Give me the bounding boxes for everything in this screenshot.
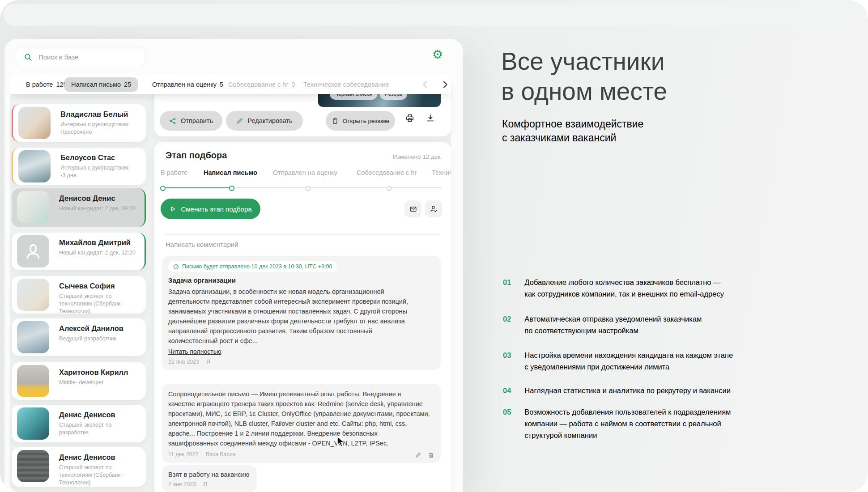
candidate-card-belousov-stas[interactable]: Белоусов Стас Интервью с руководством: -… [12,148,146,185]
clock-icon [173,264,179,270]
candidate-card-kharitonov-kirill[interactable]: Харитонов Кирилл Middle- developer [12,362,146,400]
comment-meta: 22 янв 2023 Я [168,359,434,365]
feature-text: Настройка времени нахождения кандидата н… [524,349,820,373]
scheduled-pill: Письмо будет отправлено 10 дек 2023 в 10… [168,261,337,272]
candidate-name: Денис Денисов [59,411,115,419]
send-email-button[interactable] [404,200,421,217]
stage-card-title: Этап подбора [166,150,227,161]
stage-in-progress[interactable]: В работе [161,169,187,176]
candidate-card-sycheva-sofiya[interactable]: Сычева София Старший эксперт по технолог… [12,276,146,314]
progress-line-rest [231,187,441,188]
search-input[interactable]: Поиск в базе [16,47,145,67]
feature-text: Возможность добавления пользователей к п… [524,406,820,441]
progress-dot-2 [229,186,234,191]
pencil-icon [236,117,243,124]
comment-actions [415,452,434,458]
candidate-note: Middle- developer [59,379,140,386]
candidate-card-vladislav-belyy[interactable]: Владислав Белый Интервью с руководством:… [12,104,146,142]
candidate-name: Денисов Денис [59,194,115,203]
person-check-icon [430,205,438,213]
candidate-name: Владислав Белый [60,110,128,119]
search-placeholder: Поиск в базе [38,53,78,61]
candidate-name: Белоусов Стас [60,153,115,162]
candidate-card-denisov-denis-selected[interactable]: Денисов Денис Новый кандидат: 2 дек, 09:… [12,188,146,227]
clipboard-icon [332,117,339,124]
feature-item-3: 03 Настройка времени нахождения кандидат… [503,349,820,373]
tab-hr-interview[interactable]: Собеседование с hr0 [228,81,295,88]
download-icon[interactable] [425,113,436,124]
candidate-note: Старший эксперт по технологиям (Сбербанк… [59,464,140,487]
candidate-note: Старший эксперт по разработке [59,421,140,437]
avatar [17,279,49,311]
avatar [17,321,49,353]
delete-comment-icon[interactable] [428,452,434,458]
read-more-link[interactable]: Читать полностью [168,348,221,355]
feature-text: Добавление любого количества заказчиков … [524,276,820,300]
modified-label: Изменено 12 дек. [393,153,442,160]
share-icon [169,117,177,125]
candidate-card-denis-denisov-2[interactable]: Денис Денисов Старший эксперт по техноло… [12,447,146,487]
feature-text: Автоматическая отправка уведомлений зака… [524,313,820,336]
search-icon [23,52,33,62]
screenshot-canvas: Поиск в базе ⚙ В работе125 Написал письм… [0,0,868,492]
candidate-card-denis-denisov-1[interactable]: Денис Денисов Старший эксперт по разрабо… [12,405,146,442]
progress-dot-1 [160,186,166,191]
candidate-name: Сычева София [59,282,115,290]
candidate-name: Алексей Данилов [59,324,123,333]
mouse-cursor [336,436,345,447]
candidate-note: Новый кандидат: 2 дек, 12:20 [59,249,140,257]
candidate-note: Новый кандидат: 2 дек, 09:28 [59,205,140,212]
tab-sent-for-review[interactable]: Отправлен на оценку5 [152,81,223,88]
feature-item-5: 05 Возможность добавления пользователей … [503,406,820,441]
feature-number: 05 [503,406,511,441]
open-resume-button[interactable]: Открыть резюме [326,111,395,131]
chevron-right-icon[interactable] [440,80,449,89]
candidate-name: Харитонов Кирилл [59,368,128,377]
feature-number: 01 [503,276,511,300]
comment-body: Сопроводительное письмо — Имею релевантн… [168,389,434,448]
feature-text: Наглядная статистика и аналитика по рекр… [524,385,820,396]
comment-body: Задача организации, в особенности же нов… [168,287,434,346]
person-icon [24,242,42,260]
feature-number: 02 [503,313,511,336]
play-icon [169,205,176,212]
comment-input[interactable]: Написать комментарий [166,241,238,248]
tab-in-progress[interactable]: В работе125 [26,81,67,88]
edit-comment-icon[interactable] [415,452,421,458]
comment-card-scheduled-letter: Письмо будет отправлено 10 дек 2023 в 10… [162,256,441,370]
candidate-card-aleksey-danilov[interactable]: Алексей Данилов Ведущий разработчик [12,318,146,356]
selection-stage-card: Этап подбора Изменено 12 дек. В работе Н… [154,142,451,492]
avatar [17,191,49,223]
comment-meta: 2 янв 2023 Я [168,481,251,488]
candidate-card-mikhaylov-dmitriy[interactable]: Михайлов Дмитрий Новый кандидат: 2 дек, … [12,233,146,270]
progress-line-done [162,187,231,188]
pipeline-tabs-bar: В работе125 Написал письмо25 Отправлен н… [10,75,451,94]
edit-button[interactable]: Редактировать [226,111,303,131]
stage-tech-interview[interactable]: Техническое собеседование [432,169,451,176]
top-decor-strip [4,4,864,26]
marketing-title: Все участники в одном месте [501,47,667,106]
send-button[interactable]: Отправить [160,111,222,131]
app-panel: Поиск в базе ⚙ В работе125 Написал письм… [4,39,463,492]
candidate-note: Старший эксперт по технологиям (Сбербанк… [59,293,140,315]
assign-person-button[interactable] [425,200,442,217]
stage-hr-interview[interactable]: Собеседование с hr [357,169,417,176]
chevron-left-icon[interactable] [421,80,430,89]
feature-number: 04 [503,385,511,396]
tab-tech-interview[interactable]: Техническое собеседование [303,81,389,88]
gear-icon[interactable]: ⚙ [432,49,443,61]
avatar [17,365,49,397]
progress-dot-3 [306,186,311,191]
avatar [17,450,49,482]
comment-card-cover-letter: Сопроводительное письмо — Имею релевантн… [162,384,441,463]
print-icon[interactable] [405,113,416,124]
feature-item-2: 02 Автоматическая отправка уведомлений з… [503,313,820,336]
change-stage-button[interactable]: Сменить этап подбора [161,199,260,219]
stage-wrote-letter-active[interactable]: Написал письмо [204,169,257,176]
comment-card-taken-to-work: Взят в работу на вакансию 2 янв 2023 Я [162,465,257,492]
divider [166,234,440,235]
candidate-note: Ведущий разработчик [59,335,140,343]
tab-wrote-letter-active[interactable]: Написал письмо25 [64,77,138,92]
stage-sent-for-review[interactable]: Отправлен на оценку [273,169,337,176]
avatar-placeholder [17,235,49,267]
